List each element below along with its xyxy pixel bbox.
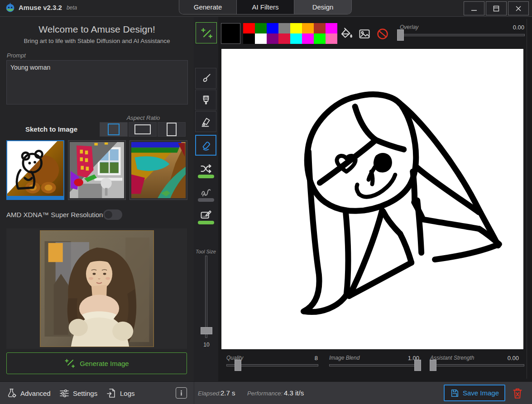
toggle-knob (105, 211, 112, 219)
settings-button[interactable]: Settings (59, 386, 97, 400)
current-color-swatch[interactable] (221, 23, 240, 44)
thumbnail-bedroom[interactable] (68, 140, 126, 200)
tool-size-slider-thumb[interactable] (201, 327, 212, 334)
flat-brush-tool-button[interactable] (195, 90, 216, 110)
info-button[interactable] (176, 387, 187, 399)
marker-tool-button[interactable] (195, 111, 216, 132)
palette-swatch-orange[interactable] (302, 23, 314, 33)
palette-swatch-magenta[interactable] (326, 23, 337, 33)
thumbnail-selected-bar (7, 196, 63, 199)
scribble-icon (200, 186, 212, 199)
overlay-slider-track[interactable] (398, 34, 525, 36)
minimize-button[interactable] (464, 1, 484, 15)
aspect-portrait-button[interactable] (158, 122, 186, 137)
welcome-subtitle: Bring art to life with Stable Diffusion … (0, 38, 194, 44)
marker-icon (200, 116, 212, 128)
palette-swatch-gray[interactable] (278, 23, 290, 33)
advanced-button[interactable]: Advanced (6, 386, 51, 400)
thumbnail-canyon[interactable] (129, 140, 187, 200)
magic-wand-icon (200, 27, 213, 39)
elapsed-label: Elapsed: (198, 390, 221, 397)
app-title: Amuse v2.3.2 (19, 4, 62, 11)
palette-swatch-crimson[interactable] (278, 33, 290, 44)
app-logo-icon (5, 3, 15, 12)
logs-button[interactable]: Logs (106, 386, 135, 400)
palette-swatch-purple[interactable] (267, 33, 278, 44)
save-image-label: Save Image (463, 389, 499, 397)
magic-wand-icon (64, 358, 75, 369)
super-resolution-toggle[interactable] (103, 209, 122, 220)
tab-generate[interactable]: Generate (179, 0, 237, 14)
footer-bar: Advanced Settings Logs (0, 381, 532, 404)
color-palette (243, 23, 337, 44)
app-version-badge: beta (67, 5, 77, 11)
palette-swatch-blue[interactable] (267, 23, 278, 33)
palette-swatch-magenta2[interactable] (302, 33, 314, 44)
palette-swatch-white[interactable] (255, 33, 267, 44)
eraser-tool-button[interactable] (195, 135, 216, 156)
sliders-icon (59, 388, 70, 399)
flat-brush-icon (200, 94, 212, 106)
scribble-enabled-indicator (198, 198, 214, 202)
tab-ai-filters[interactable]: AI Filters (237, 0, 294, 14)
tab-design[interactable]: Design (294, 0, 351, 14)
advanced-label: Advanced (20, 390, 51, 397)
maximize-button[interactable] (486, 1, 507, 15)
image-icon (358, 28, 371, 40)
shuffle-enabled-indicator (198, 175, 214, 178)
clear-canvas-button[interactable] (376, 27, 389, 41)
panel-border (527, 19, 527, 379)
maximize-icon (493, 5, 500, 12)
palette-swatch-brown[interactable] (314, 23, 326, 33)
assistant-tool-button[interactable] (196, 22, 217, 43)
tool-size-slider-track[interactable] (205, 256, 207, 338)
prohibition-icon (376, 28, 389, 40)
palette-swatch-yellow[interactable] (290, 23, 302, 33)
paint-bucket-icon (340, 27, 353, 41)
aspect-landscape-icon (134, 124, 151, 134)
info-icon (178, 390, 184, 396)
assistant-strength-slider-thumb[interactable] (430, 360, 436, 371)
prompt-input[interactable]: Young woman (6, 60, 188, 105)
thumbnail-teddy-bear[interactable] (6, 140, 64, 200)
generate-image-button[interactable]: Generate Image (6, 352, 187, 374)
assistant-strength-label: Assistant Strength (430, 355, 474, 361)
save-image-button[interactable]: Save Image (444, 385, 505, 401)
minimize-icon (470, 5, 478, 12)
palette-swatch-cyan[interactable] (290, 33, 302, 44)
flask-icon (6, 388, 17, 399)
palette-swatch-pink[interactable] (326, 33, 337, 44)
aspect-square-button[interactable] (100, 122, 128, 137)
edit-pad-icon (200, 209, 212, 221)
overlay-value: 0.00 (488, 24, 524, 31)
close-button[interactable] (508, 1, 529, 15)
main-tabs: Generate AI Filters Design (179, 0, 352, 14)
image-blend-slider-track[interactable] (329, 364, 420, 366)
palette-swatch-lime[interactable] (314, 33, 326, 44)
left-panel: Welcome to Amuse Design! Bring art to li… (0, 17, 194, 381)
sketch-to-image-label: Sketch to Image (25, 125, 77, 133)
drawing-canvas[interactable] (221, 48, 524, 350)
performance-label: Performance: (247, 390, 283, 397)
insert-image-button[interactable] (358, 27, 371, 41)
aspect-square-icon (108, 124, 120, 135)
palette-swatch-green[interactable] (255, 23, 267, 33)
prompt-label: Prompt (7, 52, 26, 59)
brush-tool-button[interactable] (195, 68, 216, 89)
palette-swatch-black[interactable] (243, 33, 255, 44)
aspect-landscape-button[interactable] (129, 122, 157, 137)
delete-image-button[interactable] (511, 386, 524, 400)
tool-size-value: 10 (198, 342, 215, 348)
example-thumbnails (6, 140, 187, 200)
fill-bucket-button[interactable] (340, 27, 353, 41)
image-blend-slider-thumb[interactable] (414, 360, 421, 371)
generated-portrait-image (40, 230, 154, 347)
super-resolution-label: AMD XDNA™ Super Resolution (6, 211, 103, 219)
aspect-ratio-label: Aspect Ratio (100, 114, 187, 121)
assistant-strength-slider-track[interactable] (430, 364, 524, 366)
palette-swatch-red[interactable] (243, 23, 255, 33)
sketch-assist-enabled-indicator (198, 221, 214, 224)
overlay-slider-thumb[interactable] (397, 29, 404, 41)
quality-slider-thumb[interactable] (235, 360, 241, 371)
welcome-title: Welcome to Amuse Design! (0, 24, 194, 35)
